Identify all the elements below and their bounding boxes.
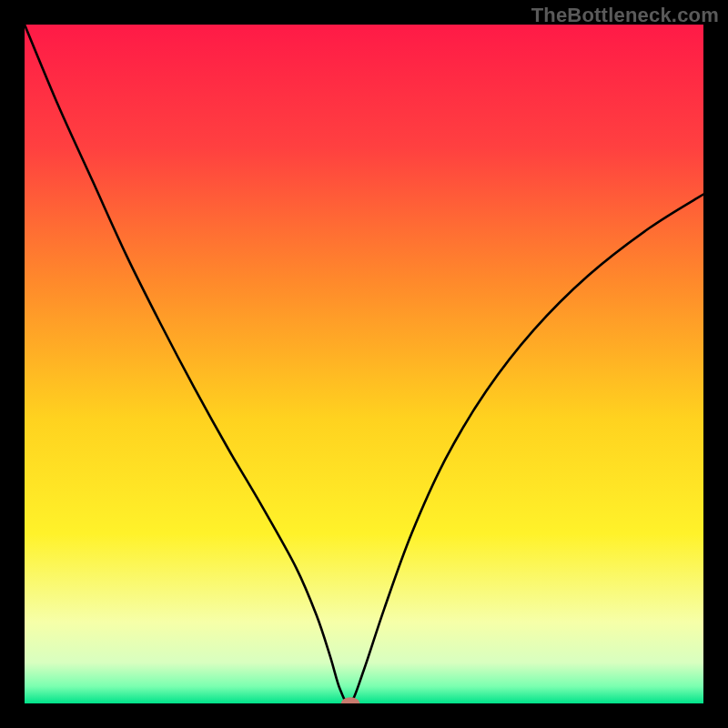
chart-frame: TheBottleneck.com <box>0 0 728 728</box>
bottleneck-chart <box>25 25 703 703</box>
plot-area <box>25 25 703 703</box>
watermark-text: TheBottleneck.com <box>531 4 719 27</box>
gradient-background <box>25 25 703 703</box>
